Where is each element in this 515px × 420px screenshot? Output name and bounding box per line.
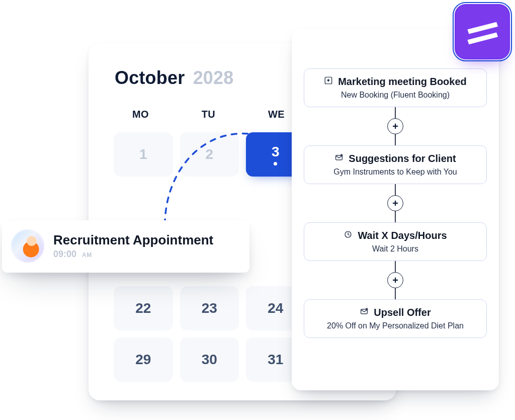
event-time: 09:00 AM [53,249,213,260]
event-popout[interactable]: Recruitment Appointment 09:00 AM [2,220,249,273]
avatar [11,229,44,263]
event-time-suffix: AM [82,251,92,259]
flow-node-subtitle: 20% Off on My Personalized Diet Plan [312,321,478,330]
flow-node-subtitle: New Booking (Fluent Booking) [312,91,478,100]
flow-node-subtitle: Wait 2 Hours [312,244,478,254]
fluent-app-icon [464,13,501,50]
automation-flow-card: Marketing meeting BookedNew Booking (Flu… [292,28,499,390]
flow-connector: + [387,261,403,299]
flow-node-title: Upsell Offer [374,307,431,318]
flow-connector: + [387,184,403,222]
flow-node-3[interactable]: Upsell Offer20% Off on My Personalized D… [304,299,487,338]
app-badge[interactable] [455,4,510,59]
mail-icon [334,153,344,164]
calendar-day-30[interactable]: 30 [180,338,239,382]
lightning-icon [324,76,333,88]
calendar-day-1[interactable]: 1 [114,132,173,177]
mail-icon [360,307,369,318]
calendar-day-22[interactable]: 22 [114,286,173,330]
weekday-mon: MO [114,109,167,120]
event-text: Recruitment Appointment 09:00 AM [53,232,213,260]
flow-node-0[interactable]: Marketing meeting BookedNew Booking (Flu… [304,68,487,107]
flow-node-title: Suggestions for Client [349,153,456,164]
flow-add-step-button[interactable]: + [387,195,403,211]
flow-node-2[interactable]: Wait X Days/HoursWait 2 Hours [304,222,487,261]
flow-connector: + [387,107,403,145]
event-title: Recruitment Appointment [53,232,213,248]
clock-icon [344,230,353,241]
flow-add-step-button[interactable]: + [387,272,403,288]
event-time-value: 09:00 [53,249,76,259]
calendar-day-29[interactable]: 29 [114,338,173,382]
flow-node-1[interactable]: Suggestions for ClientGym Instruments to… [304,145,487,184]
weekday-tue: TU [182,109,235,120]
calendar-month: October [115,67,185,88]
calendar-year: 2028 [193,67,234,88]
flow-add-step-button[interactable]: + [387,118,403,134]
flow-node-title: Wait X Days/Hours [358,230,447,241]
flow-node-subtitle: Gym Instruments to Keep with You [312,167,478,177]
calendar-day-23[interactable]: 23 [180,286,239,330]
flow-node-title: Marketing meeting Booked [338,76,467,88]
calendar-day-2[interactable]: 2 [180,132,239,177]
